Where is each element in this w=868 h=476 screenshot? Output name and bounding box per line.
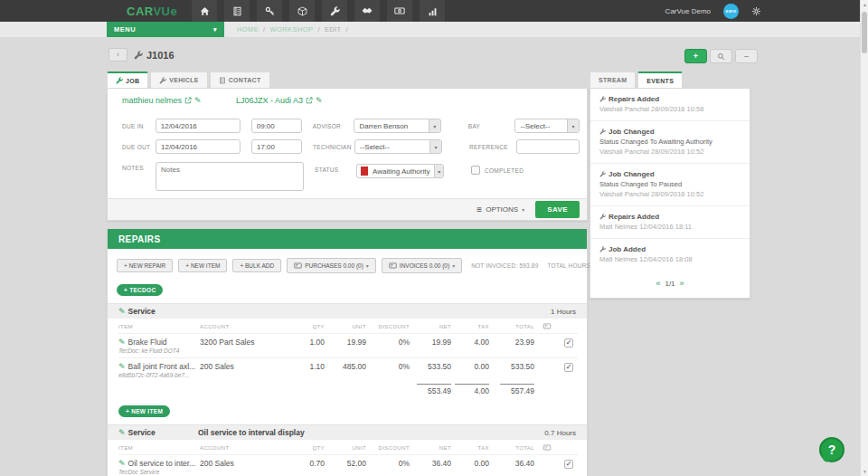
chevron-down-icon: ▾ [522, 206, 524, 213]
totals-net: 553.49 [417, 384, 451, 395]
parts-box-icon[interactable] [289, 0, 315, 22]
not-invoiced-amount: NOT INVOICED: 593.89 [471, 262, 538, 269]
invoices-money-icon[interactable] [387, 0, 412, 22]
reports-chart-icon[interactable] [420, 0, 445, 22]
wrench-icon [599, 214, 606, 220]
tecdoc-button[interactable]: + TECDOC [117, 284, 163, 296]
menu-button[interactable]: MENU▾ [107, 22, 224, 37]
save-button[interactable]: SAVE [535, 201, 580, 218]
event-item: Job Changed Status Changed To Awaiting A… [590, 121, 750, 164]
row-checkbox[interactable]: ✓ [564, 363, 573, 372]
edit-item-icon[interactable]: ✎ [118, 459, 126, 468]
chevron-down-icon: ▾ [366, 262, 369, 269]
col-invoiced [534, 319, 560, 334]
collapse-button[interactable]: – [735, 49, 758, 63]
home-icon[interactable] [192, 0, 217, 22]
completed-field: COMPLETED [471, 166, 524, 175]
row-checkbox[interactable]: ✓ [564, 338, 573, 347]
breadcrumb-workshop[interactable]: WORKSHOP [270, 25, 314, 33]
scroll-down-arrow-icon[interactable]: ▼ [861, 469, 868, 474]
advisor-select[interactable]: Darren Benson [354, 119, 440, 133]
edit-repair-icon[interactable]: ✎ [118, 428, 126, 437]
top-navbar: CARVUe CarVue Demo xero [0, 0, 868, 22]
help-button[interactable]: ? [819, 437, 844, 462]
repairs-section-title: REPAIRS [108, 229, 587, 249]
bay-select[interactable]: --Select-- [514, 119, 580, 133]
edit-item-icon[interactable]: ✎ [118, 338, 126, 347]
chevron-down-icon [429, 119, 440, 132]
tab-vehicle[interactable]: VEHICLE [150, 71, 207, 88]
breadcrumb-home[interactable]: HOME [237, 25, 259, 33]
scrollbar-thumb[interactable] [862, 12, 867, 53]
due-out-time-input[interactable] [251, 139, 302, 154]
next-page-button[interactable]: » [680, 279, 684, 288]
repair-item-row: ✎Oil service to inter...TecDoc Service 2… [118, 455, 578, 476]
vehicle-link[interactable]: LJ06JZX - Audi A3 ✎ [236, 96, 323, 105]
invoices-dropdown[interactable]: INVOICES 0.00 (0)▾ [382, 258, 462, 273]
workshop-wrench-icon[interactable] [322, 0, 347, 22]
repair-items-table: ITEM ACCOUNT QTY UNIT DISCOUNT NET TAX T… [118, 440, 578, 476]
current-account-label[interactable]: CarVue Demo [665, 7, 711, 15]
job-card: matthieu nelmes ✎ LJ06JZX - Audi A3 ✎ DU… [107, 88, 588, 221]
event-item: Job Added Matt Nelmes 12/04/2016 18:08 [590, 239, 750, 271]
repair-item-row: ✎Ball joint Front axl...e8d5b72c-0f72-4a… [118, 358, 578, 383]
contacts-ledger-icon[interactable] [224, 0, 250, 22]
due-out-date-input[interactable] [156, 139, 241, 154]
tab-stream[interactable]: STREAM [590, 71, 636, 88]
settings-gear-icon[interactable] [751, 6, 761, 16]
search-button[interactable] [710, 49, 732, 63]
due-in-time-input[interactable] [251, 119, 302, 133]
notes-textarea[interactable] [156, 162, 304, 191]
col-account: ACCOUNT [200, 440, 281, 455]
job-links-row: matthieu nelmes ✎ LJ06JZX - Audi A3 ✎ [108, 89, 587, 110]
carvue-logo[interactable]: CARVUe [127, 5, 177, 18]
col-invoiced [534, 440, 560, 455]
options-button[interactable]: ≡OPTIONS▾ [476, 205, 524, 214]
contact-book-icon [219, 77, 226, 84]
invoice-icon [542, 322, 552, 330]
completed-checkbox[interactable] [471, 166, 480, 175]
technician-label: TECHNICIAN [313, 144, 354, 150]
status-select[interactable]: Awaiting Authority [356, 164, 444, 178]
prev-page-button[interactable]: « [656, 279, 660, 288]
activity-sidebar: STREAM EVENTS Repairs Added Vaishali Pan… [590, 71, 750, 299]
add-button[interactable]: + [684, 49, 707, 63]
col-account: ACCOUNT [200, 319, 281, 334]
tab-events[interactable]: EVENTS [637, 71, 683, 88]
main-column: JOB VEHICLE CONTACT matthieu nelmes ✎ LJ… [107, 71, 588, 476]
edit-repair-icon[interactable]: ✎ [118, 307, 126, 316]
technician-select[interactable]: --Select-- [354, 139, 442, 154]
invoice-icon [389, 262, 397, 270]
key-icon[interactable] [257, 0, 282, 22]
new-item-button[interactable]: + NEW ITEM [118, 405, 170, 417]
tab-job[interactable]: JOB [107, 71, 148, 88]
back-button[interactable]: ‹ [108, 48, 127, 62]
repairs-toolbar: + NEW REPAIR + NEW ITEM + BULK ADD PURCH… [108, 249, 587, 276]
job-tabs: JOB VEHICLE CONTACT [107, 71, 588, 88]
purchases-dropdown[interactable]: PURCHASES 0.00 (0)▾ [287, 258, 376, 273]
breadcrumb: HOME / WORKSHOP / EDIT / [237, 22, 348, 37]
due-in-date-input[interactable] [156, 119, 241, 133]
sales-handshake-icon[interactable] [354, 0, 380, 22]
scroll-up-arrow-icon[interactable]: ▲ [861, 2, 868, 7]
repairs-card: REPAIRS + NEW REPAIR + NEW ITEM + BULK A… [107, 228, 588, 476]
edit-vehicle-icon[interactable]: ✎ [316, 96, 323, 105]
edit-contact-icon[interactable]: ✎ [194, 96, 202, 105]
edit-item-icon[interactable]: ✎ [118, 362, 126, 371]
new-item-button[interactable]: + NEW ITEM [178, 259, 227, 272]
open-contact-icon [184, 97, 192, 104]
row-checkbox[interactable]: ✓ [564, 460, 573, 469]
advisor-label: ADVISOR [313, 123, 354, 129]
total-hours-label: TOTAL HOURS: [547, 262, 592, 269]
page-scrollbar[interactable]: ▲ ▼ [860, 0, 868, 476]
navbar-right: CarVue Demo xero [665, 4, 761, 19]
notes-label: NOTES [122, 165, 156, 171]
bulk-add-button[interactable]: + BULK ADD [232, 259, 281, 272]
repair-item-row: ✎Brake FluidTecDoc: ke Fluid DOT4 3200 P… [118, 334, 578, 358]
tab-contact[interactable]: CONTACT [210, 71, 270, 88]
events-pagination: « 1/1 » [590, 271, 750, 298]
reference-input[interactable] [516, 139, 580, 154]
xero-avatar[interactable]: xero [723, 4, 739, 19]
new-repair-button[interactable]: + NEW REPAIR [117, 259, 173, 272]
contact-link[interactable]: matthieu nelmes ✎ [122, 96, 236, 105]
